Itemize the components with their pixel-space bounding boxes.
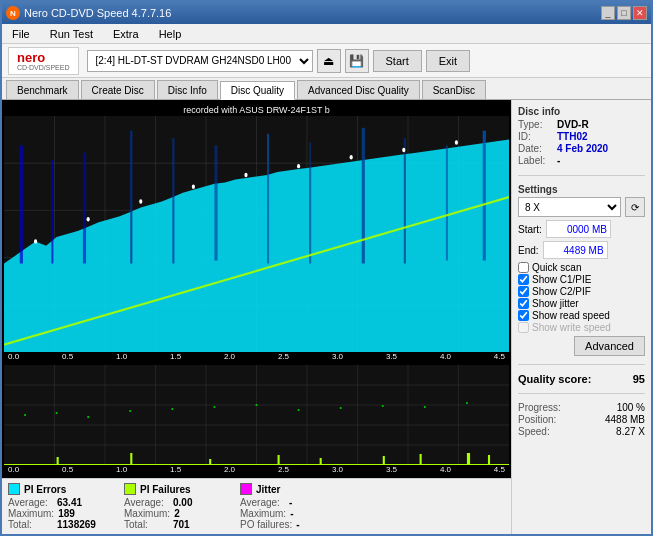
disc-info-title: Disc info	[518, 106, 645, 117]
jitter-avg-label: Average:	[240, 497, 285, 508]
tab-advanced-disc-quality[interactable]: Advanced Disc Quality	[297, 80, 420, 99]
svg-rect-66	[383, 456, 385, 465]
pi-failures-avg-row: Average: 0.00	[124, 497, 224, 508]
jitter-avg-val: -	[289, 497, 292, 508]
content-area: recorded with ASUS DRW-24F1ST b	[2, 100, 651, 534]
pi-failures-total-row: Total: 701	[124, 519, 224, 530]
show-read-speed-row: Show read speed	[518, 310, 645, 321]
quality-score-label: Quality score:	[518, 373, 591, 385]
tab-create-disc[interactable]: Create Disc	[81, 80, 155, 99]
jitter-po-val: -	[296, 519, 299, 530]
pi-errors-max-label: Maximum:	[8, 508, 54, 519]
pi-failures-title: PI Failures	[140, 484, 191, 495]
menu-bar: File Run Test Extra Help	[2, 24, 651, 44]
bottom-stats: PI Errors Average: 63.41 Maximum: 189 To…	[2, 478, 511, 534]
pi-errors-total-val: 1138269	[57, 519, 96, 530]
tab-benchmark[interactable]: Benchmark	[6, 80, 79, 99]
disc-label-row: Label: -	[518, 155, 645, 166]
show-read-speed-checkbox[interactable]	[518, 310, 529, 321]
advanced-button[interactable]: Advanced	[574, 336, 645, 356]
pi-failures-legend	[124, 483, 136, 495]
svg-rect-65	[320, 458, 322, 465]
stat-group-pi-errors: PI Errors Average: 63.41 Maximum: 189 To…	[8, 483, 108, 530]
jitter-po-row: PO failures: -	[240, 519, 340, 530]
close-button[interactable]: ✕	[633, 6, 647, 20]
start-button[interactable]: Start	[373, 50, 422, 72]
progress-section: Progress: 100 % Position: 4488 MB Speed:…	[518, 402, 645, 438]
svg-rect-67	[420, 454, 422, 465]
svg-rect-63	[209, 459, 211, 465]
show-write-speed-row: Show write speed	[518, 322, 645, 333]
show-c1pie-label: Show C1/PIE	[532, 274, 591, 285]
menu-help[interactable]: Help	[153, 26, 188, 42]
svg-rect-21	[267, 134, 269, 264]
start-label: Start:	[518, 224, 542, 235]
speed-stat-row: Speed: 8.27 X	[518, 426, 645, 437]
logo: nero CD·DVD/SPEED	[8, 47, 79, 75]
progress-label: Progress:	[518, 402, 561, 413]
pi-failures-max-val: 2	[174, 508, 180, 519]
drive-select[interactable]: [2:4] HL-DT-ST DVDRAM GH24NSD0 LH00	[87, 50, 313, 72]
eject-icon[interactable]: ⏏	[317, 49, 341, 73]
disc-info-section: Disc info Type: DVD-R ID: TTH02 Date: 4 …	[518, 106, 645, 167]
disc-type-value: DVD-R	[557, 119, 589, 130]
pi-errors-title: PI Errors	[24, 484, 66, 495]
svg-rect-25	[446, 146, 448, 261]
svg-point-80	[424, 406, 426, 408]
charts-and-stats: recorded with ASUS DRW-24F1ST b	[2, 100, 511, 534]
position-value: 4488 MB	[605, 414, 645, 425]
svg-rect-19	[172, 138, 174, 263]
speed-stat-value: 8.27 X	[616, 426, 645, 437]
menu-run-test[interactable]: Run Test	[44, 26, 99, 42]
svg-point-81	[466, 402, 468, 404]
svg-point-74	[171, 408, 173, 410]
refresh-icon[interactable]: ⟳	[625, 197, 645, 217]
start-row: Start:	[518, 220, 645, 238]
top-chart-svg: 200 160 120 80 40 16 12 8 4	[4, 116, 509, 352]
svg-rect-69	[488, 455, 490, 465]
save-icon[interactable]: 💾	[345, 49, 369, 73]
show-c1pie-checkbox[interactable]	[518, 274, 529, 285]
svg-point-28	[87, 217, 90, 221]
tab-disc-quality[interactable]: Disc Quality	[220, 81, 295, 100]
quick-scan-label: Quick scan	[532, 262, 581, 273]
svg-rect-24	[404, 138, 406, 263]
title-bar-controls: _ □ ✕	[601, 6, 647, 20]
exit-button[interactable]: Exit	[426, 50, 470, 72]
tab-disc-info[interactable]: Disc Info	[157, 80, 218, 99]
svg-point-77	[298, 409, 300, 411]
show-c2pif-checkbox[interactable]	[518, 286, 529, 297]
pi-errors-avg-row: Average: 63.41	[8, 497, 108, 508]
end-row: End:	[518, 241, 645, 259]
menu-file[interactable]: File	[6, 26, 36, 42]
minimize-button[interactable]: _	[601, 6, 615, 20]
svg-rect-64	[278, 455, 280, 465]
svg-point-32	[297, 164, 300, 168]
bottom-chart-svg: 10 8 6 4 2 10 8 6 4 2	[4, 365, 509, 465]
divider-2	[518, 364, 645, 365]
disc-date-label: Date:	[518, 143, 553, 154]
svg-point-75	[213, 406, 215, 408]
pi-errors-legend	[8, 483, 20, 495]
tab-scan-disc[interactable]: ScanDisc	[422, 80, 486, 99]
maximize-button[interactable]: □	[617, 6, 631, 20]
pi-errors-avg-val: 63.41	[57, 497, 82, 508]
logo-image: nero CD·DVD/SPEED	[17, 51, 70, 71]
show-jitter-checkbox[interactable]	[518, 298, 529, 309]
bottom-x-labels: 0.00.51.01.52.02.53.03.54.04.5	[4, 465, 509, 474]
jitter-max-row: Maximum: -	[240, 508, 340, 519]
speed-stat-label: Speed:	[518, 426, 550, 437]
show-write-speed-label: Show write speed	[532, 322, 611, 333]
quick-scan-checkbox[interactable]	[518, 262, 529, 273]
menu-extra[interactable]: Extra	[107, 26, 145, 42]
app-window: N Nero CD-DVD Speed 4.7.7.16 _ □ ✕ File …	[0, 0, 653, 536]
jitter-title: Jitter	[256, 484, 280, 495]
jitter-max-label: Maximum:	[240, 508, 286, 519]
svg-point-70	[24, 414, 26, 416]
end-input[interactable]	[543, 241, 608, 259]
svg-point-72	[87, 416, 89, 418]
svg-point-35	[455, 140, 458, 144]
jitter-legend	[240, 483, 252, 495]
start-input[interactable]	[546, 220, 611, 238]
speed-select[interactable]: 8 X	[518, 197, 621, 217]
